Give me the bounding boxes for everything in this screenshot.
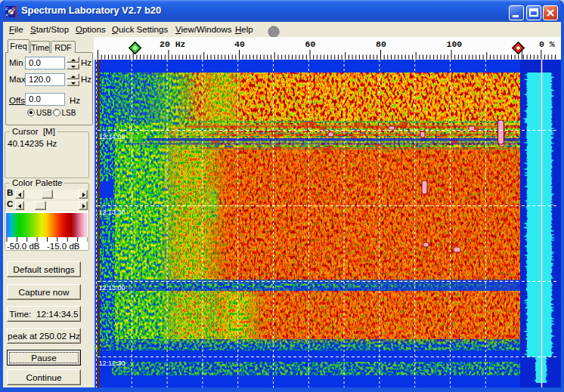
svg-text:40: 40 xyxy=(234,39,245,49)
svg-text:0 %: 0 % xyxy=(539,39,555,49)
svg-text:60: 60 xyxy=(305,39,316,49)
svg-text:100: 100 xyxy=(447,39,463,49)
svg-text:12:13:00: 12:13:00 xyxy=(99,284,126,292)
svg-text:12:12:30: 12:12:30 xyxy=(99,360,126,367)
svg-text:F: F xyxy=(5,7,8,11)
svg-text:80: 80 xyxy=(376,39,386,49)
svg-text:12:13:30: 12:13:30 xyxy=(99,208,126,216)
svg-text:20 Hz: 20 Hz xyxy=(160,39,186,49)
svg-text:12:14:00: 12:14:00 xyxy=(99,133,126,140)
